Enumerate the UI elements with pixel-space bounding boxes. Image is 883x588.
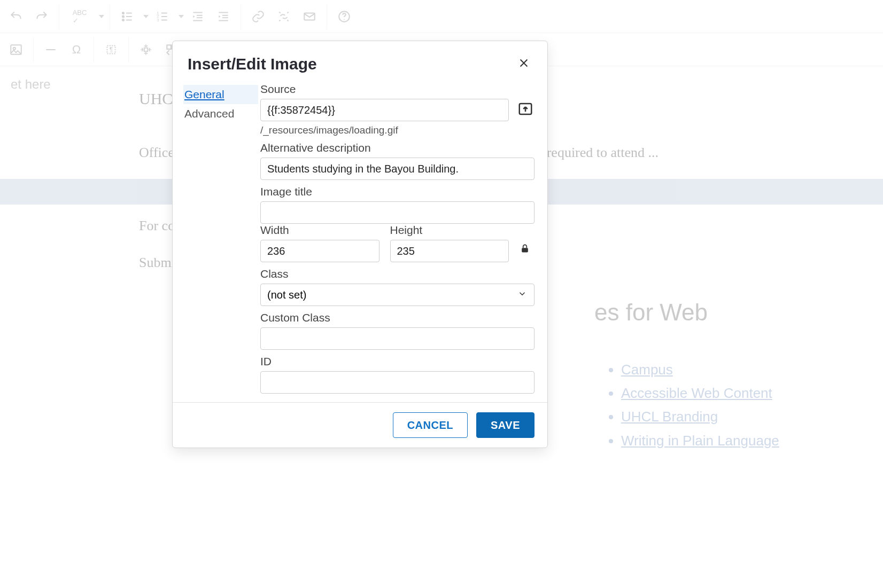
dialog-footer: CANCEL SAVE — [173, 402, 547, 448]
snippet-button[interactable] — [134, 38, 158, 61]
sidebar-placeholder: et here — [0, 66, 118, 103]
dialog-header: Insert/Edit Image — [173, 41, 547, 77]
dialog-body: General Advanced Source /_resources/imag… — [173, 77, 547, 402]
tab-advanced[interactable]: Advanced — [183, 104, 258, 123]
class-label: Class — [260, 268, 535, 280]
svg-rect-26 — [107, 45, 115, 53]
height-label: Height — [390, 224, 509, 237]
undo-button[interactable] — [4, 5, 28, 28]
help-button[interactable] — [332, 5, 356, 28]
right-heading: es for Web — [594, 299, 872, 326]
width-label: Width — [260, 224, 379, 237]
width-input[interactable] — [260, 240, 379, 262]
resource-link[interactable]: Accessible Web Content — [621, 381, 872, 405]
constrain-proportions-toggle[interactable] — [520, 242, 535, 262]
source-browse-button[interactable] — [516, 101, 535, 119]
source-resolved-path: /_resources/images/loading.gif — [260, 124, 535, 136]
hr-button[interactable] — [39, 38, 63, 61]
resource-link[interactable]: Campus — [621, 358, 872, 381]
resources-link-list: Campus Accessible Web Content UHCL Brand… — [594, 358, 872, 452]
svg-point-21 — [339, 11, 350, 22]
save-button[interactable]: SAVE — [476, 412, 535, 438]
height-input[interactable] — [390, 240, 509, 262]
resource-link[interactable]: UHCL Branding — [621, 405, 872, 428]
insert-edit-image-dialog: Insert/Edit Image General Advanced Sourc… — [172, 41, 548, 448]
svg-point-2 — [122, 19, 124, 20]
dialog-title: Insert/Edit Image — [188, 55, 317, 73]
link-button[interactable] — [246, 5, 270, 28]
right-column: es for Web Campus Accessible Web Content… — [584, 288, 883, 463]
svg-text:3: 3 — [157, 17, 159, 22]
browse-icon — [517, 101, 533, 119]
custom-class-label: Custom Class — [260, 311, 535, 324]
id-input[interactable] — [260, 371, 535, 394]
svg-text:¶: ¶ — [110, 46, 113, 53]
svg-point-24 — [13, 47, 16, 49]
svg-rect-29 — [167, 45, 171, 49]
indent-button[interactable] — [212, 5, 235, 28]
tab-general[interactable]: General — [183, 85, 258, 104]
resource-link[interactable]: Writing in Plain Language — [621, 429, 872, 452]
redo-button[interactable] — [30, 5, 53, 28]
close-icon — [518, 57, 530, 71]
svg-point-22 — [344, 19, 345, 20]
image-title-label: Image title — [260, 185, 535, 198]
svg-rect-23 — [11, 45, 21, 54]
alt-label: Alternative description — [260, 142, 535, 154]
outdent-button[interactable] — [186, 5, 210, 28]
close-button[interactable] — [515, 56, 532, 73]
id-label: ID — [260, 355, 535, 368]
dialog-tabs: General Advanced — [183, 83, 258, 394]
spellcheck-button[interactable]: ABC✓ — [65, 5, 95, 28]
show-blocks-button[interactable]: ¶ — [99, 38, 123, 61]
dialog-form: Source /_resources/images/loading.gif Al… — [258, 83, 535, 394]
unlink-button[interactable] — [272, 5, 296, 28]
cancel-button[interactable]: CANCEL — [393, 412, 468, 438]
class-select[interactable]: (not set) — [260, 284, 535, 306]
lock-icon — [520, 247, 530, 256]
svg-text:2: 2 — [157, 14, 159, 19]
source-input[interactable] — [260, 99, 509, 121]
svg-point-1 — [122, 15, 124, 17]
numbered-list-button[interactable]: 123 — [151, 5, 174, 28]
svg-point-0 — [122, 12, 124, 13]
svg-rect-28 — [144, 48, 148, 51]
source-label: Source — [260, 83, 535, 96]
image-button[interactable] — [4, 38, 28, 61]
bullet-list-button[interactable] — [115, 5, 139, 28]
alt-input[interactable] — [260, 158, 535, 180]
editor-toolbar-row-1: ABC✓ 123 — [0, 0, 883, 33]
svg-text:1: 1 — [157, 10, 159, 15]
image-title-input[interactable] — [260, 201, 535, 224]
special-char-button[interactable]: Ω — [65, 38, 88, 61]
custom-class-input[interactable] — [260, 327, 535, 350]
mailto-button[interactable] — [298, 5, 321, 28]
svg-rect-20 — [304, 13, 315, 20]
svg-rect-34 — [522, 248, 528, 252]
